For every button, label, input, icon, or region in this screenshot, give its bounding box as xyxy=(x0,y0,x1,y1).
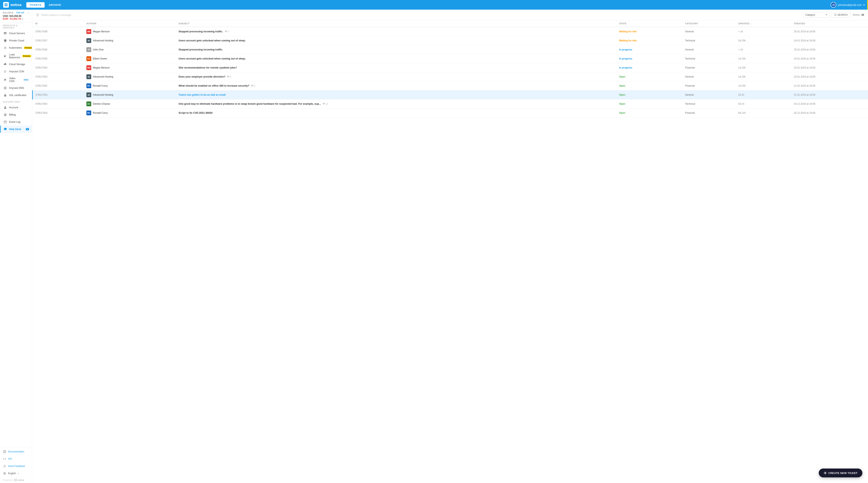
gear-icon xyxy=(3,46,7,50)
topnav: websa TICKETS ARCHIVE JD johndoe@gmail.c… xyxy=(0,0,868,10)
table-row[interactable]: 378517834 MB Megan Benson Site recommend… xyxy=(33,63,868,72)
eur-dropdown-icon[interactable]: ▾ xyxy=(22,18,23,20)
ticket-created: 21.01.2019 at 18:56 xyxy=(791,81,868,90)
globe-icon xyxy=(3,472,6,475)
ticket-author: DC Denton Chavez xyxy=(84,99,176,109)
table-row[interactable]: 378517829 RC Ronald Curry Script to fix … xyxy=(33,109,868,118)
feedback-icon xyxy=(3,464,6,468)
table-row[interactable]: 378517835 EG Elbert Green Users account … xyxy=(33,54,868,63)
svg-point-14 xyxy=(5,106,6,108)
author-avatar: RC xyxy=(86,111,91,115)
ticket-subject: Users account gets unlocked when coming … xyxy=(179,39,246,42)
col-author: Author xyxy=(84,20,176,27)
ticket-category: Financial xyxy=(682,63,736,72)
comment-count: 12 xyxy=(322,103,328,105)
sidebar-footer-send-feedback[interactable]: Send Feedback xyxy=(0,462,32,470)
sidebar-item-account[interactable]: Account xyxy=(0,104,32,111)
sidebar-collapse-icon[interactable]: ≡ xyxy=(28,12,29,14)
ticket-category: Financial xyxy=(682,81,736,90)
ticket-subject: Does your employer provide direction? xyxy=(179,76,225,78)
sidebar-item-label: Cloud Servers xyxy=(9,32,25,35)
author-avatar: DC xyxy=(86,101,91,106)
sidebar-item-help-desk[interactable]: Help Desk 5 xyxy=(0,126,32,133)
language-label: English xyxy=(8,472,16,475)
ticket-updated: 1d 23h xyxy=(735,72,791,81)
ticket-state: Open xyxy=(616,90,682,99)
filter-icon[interactable]: ☰ xyxy=(36,13,39,17)
ticket-created: 24.01.2019 at 18:56 xyxy=(791,54,868,63)
author-name: Megan Benson xyxy=(93,66,110,69)
table-row[interactable]: 378517838 MB Megan Benson Stopped proces… xyxy=(33,27,868,36)
ticket-category: General xyxy=(682,90,736,99)
col-updated[interactable]: Updated ↓ xyxy=(735,20,791,27)
ticket-category: General xyxy=(682,27,736,36)
ticket-author: RC Ronald Curry xyxy=(84,109,176,118)
ticket-subject: Users account gets unlocked when coming … xyxy=(179,57,246,60)
ticket-author: ah Advanced Hosting xyxy=(84,90,176,99)
author-avatar: MB xyxy=(86,65,91,70)
category-select[interactable]: Category General Technical Financial xyxy=(803,12,829,18)
play-icon xyxy=(3,78,7,82)
documentation-label: Documentation xyxy=(8,450,24,453)
ticket-subject-cell: Teams has gotten to be as bad as email xyxy=(176,90,616,99)
table-body: 378517838 MB Megan Benson Stopped proces… xyxy=(33,27,868,118)
ticket-updated: 1d 23h xyxy=(735,81,791,90)
ticket-created: 23.01.2019 at 18:56 xyxy=(791,72,868,81)
svg-rect-22 xyxy=(14,479,16,480)
sidebar-item-cloud-storage[interactable]: Cloud Storage xyxy=(0,61,32,68)
sidebar-language[interactable]: English ▾ xyxy=(0,470,32,477)
send-feedback-label: Send Feedback xyxy=(8,465,25,467)
author-name: Advanced Hosting xyxy=(93,76,113,78)
balance-label: BALANCE: TOP-UP ≡ xyxy=(3,12,29,14)
sidebar-item-ssl-certificates[interactable]: SSL certificates xyxy=(0,92,32,99)
powered-by: Powered by websa xyxy=(0,477,32,483)
language-dropdown-icon[interactable]: ▾ xyxy=(18,472,19,475)
ticket-id: 378517834 xyxy=(33,63,84,72)
sidebar-item-label: SSL certificates xyxy=(9,94,26,97)
ticket-subject-link[interactable]: Teams has gotten to be as bad as email xyxy=(179,93,226,96)
table-row[interactable]: 378517833 ah Advanced Hosting Does your … xyxy=(33,72,868,81)
table-row[interactable]: 378517837 ah Advanced Hosting Users acco… xyxy=(33,36,868,45)
ticket-category: General xyxy=(682,45,736,54)
tab-tickets[interactable]: TICKETS xyxy=(26,2,44,8)
sidebar-item-label: Account xyxy=(9,106,18,109)
ticket-subject: Stopped processing incoming traffic. xyxy=(179,30,223,33)
svg-point-9 xyxy=(4,55,5,56)
sidebar-footer-documentation[interactable]: Documentation xyxy=(0,448,32,455)
user-dropdown-icon[interactable]: ▾ xyxy=(863,3,865,6)
sidebar-footer-api[interactable]: API xyxy=(0,455,32,462)
sidebar-item-load-balancers[interactable]: Load Balancers Preview xyxy=(0,52,32,61)
table-row[interactable]: 378517832 RC Ronald Curry What should be… xyxy=(33,81,868,90)
table-row[interactable]: 378517830 DC Denton Chavez One good way … xyxy=(33,99,868,109)
sidebar-item-private-cloud[interactable]: Private Cloud xyxy=(0,37,32,44)
sidebar-item-anycast-dns[interactable]: Anycast DNS xyxy=(0,84,32,92)
ticket-updated: 1d 23h xyxy=(735,63,791,72)
author-avatar: JD xyxy=(86,47,91,52)
svg-rect-16 xyxy=(4,121,6,123)
sidebar-item-cloud-servers[interactable]: Cloud Servers xyxy=(0,30,32,37)
search-button[interactable]: SEARCH xyxy=(831,12,850,18)
topup-link[interactable]: TOP-UP xyxy=(16,12,24,14)
ticket-author: RC Ronald Curry xyxy=(84,81,176,90)
create-new-ticket-button[interactable]: CREATE NEW TICKET xyxy=(819,469,862,477)
search-input[interactable] xyxy=(41,13,801,17)
cloud-icon xyxy=(3,62,7,66)
ticket-subject-cell: One good way to eliminate hardware probl… xyxy=(176,99,616,109)
sidebar-item-video-cdn[interactable]: Video CDN Beta xyxy=(0,75,32,84)
ticket-category: Technical xyxy=(682,99,736,109)
sidebar-item-event-log[interactable]: Event Log xyxy=(0,118,32,126)
calendar-icon xyxy=(3,120,7,124)
dns-icon xyxy=(3,86,7,90)
table-row[interactable]: 378517836 JD John Doe Stopped processing… xyxy=(33,45,868,54)
col-id: ID xyxy=(33,20,84,27)
sidebar-item-billing[interactable]: Billing xyxy=(0,111,32,118)
col-created: Created xyxy=(791,20,868,27)
table-row[interactable]: 378517831 ah Advanced Hosting Teams has … xyxy=(33,90,868,99)
balance-usd: USD: $15,350.00 xyxy=(3,15,29,18)
sidebar-item-anycast-cdn[interactable]: Anycast CDN xyxy=(0,68,32,75)
logo[interactable]: websa xyxy=(3,2,22,8)
ticket-subject: One good way to eliminate hardware probl… xyxy=(179,102,321,105)
author-name: Elbert Green xyxy=(93,57,107,60)
sidebar-item-kubernetes[interactable]: Kubernetes Preview xyxy=(0,44,32,52)
tab-archive[interactable]: ARCHIVE xyxy=(45,2,64,8)
